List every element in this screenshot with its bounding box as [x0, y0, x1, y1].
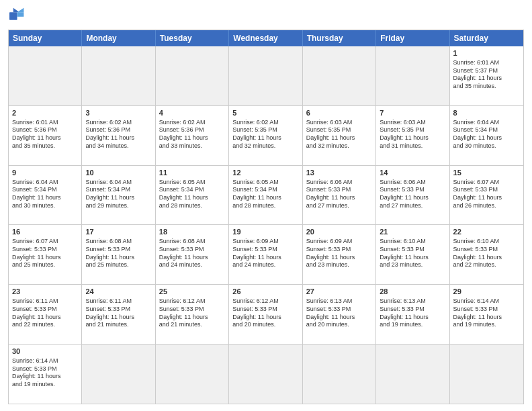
day-number: 21: [380, 227, 445, 237]
calendar-cell-empty-0-5: [376, 46, 449, 105]
day-info: Sunrise: 6:06 AM Sunset: 5:33 PM Dayligh…: [306, 179, 372, 210]
calendar-cell-24: 24Sunrise: 6:11 AM Sunset: 5:33 PM Dayli…: [82, 285, 155, 344]
calendar-cell-8: 8Sunrise: 6:04 AM Sunset: 5:34 PM Daylig…: [450, 106, 523, 165]
calendar-cell-empty-0-4: [303, 46, 376, 105]
day-info: Sunrise: 6:13 AM Sunset: 5:33 PM Dayligh…: [380, 298, 445, 329]
day-info: Sunrise: 6:10 AM Sunset: 5:33 PM Dayligh…: [380, 238, 445, 269]
svg-rect-0: [9, 12, 17, 20]
calendar-cell-empty-5-5: [376, 345, 449, 404]
day-number: 11: [159, 168, 225, 178]
day-info: Sunrise: 6:04 AM Sunset: 5:34 PM Dayligh…: [85, 179, 151, 210]
day-number: 3: [85, 108, 151, 118]
day-info: Sunrise: 6:09 AM Sunset: 5:33 PM Dayligh…: [306, 238, 372, 269]
day-info: Sunrise: 6:01 AM Sunset: 5:36 PM Dayligh…: [12, 119, 78, 150]
day-number: 29: [453, 287, 520, 297]
day-info: Sunrise: 6:13 AM Sunset: 5:33 PM Dayligh…: [306, 298, 372, 329]
calendar-cell-15: 15Sunrise: 6:07 AM Sunset: 5:33 PM Dayli…: [450, 166, 523, 225]
day-info: Sunrise: 6:03 AM Sunset: 5:35 PM Dayligh…: [306, 119, 372, 150]
day-number: 13: [306, 168, 372, 178]
calendar-cell-empty-5-6: [450, 345, 523, 404]
calendar-cell-empty-0-0: [9, 46, 82, 105]
day-info: Sunrise: 6:08 AM Sunset: 5:33 PM Dayligh…: [159, 238, 225, 269]
day-number: 24: [85, 287, 151, 297]
calendar-row-1: 2Sunrise: 6:01 AM Sunset: 5:36 PM Daylig…: [9, 105, 523, 165]
calendar-header: SundayMondayTuesdayWednesdayThursdayFrid…: [9, 30, 523, 46]
calendar-cell-11: 11Sunrise: 6:05 AM Sunset: 5:34 PM Dayli…: [156, 166, 229, 225]
calendar-cell-27: 27Sunrise: 6:13 AM Sunset: 5:33 PM Dayli…: [303, 285, 376, 344]
day-info: Sunrise: 6:11 AM Sunset: 5:33 PM Dayligh…: [85, 298, 151, 329]
calendar-row-0: 1Sunrise: 6:01 AM Sunset: 5:37 PM Daylig…: [9, 46, 523, 105]
day-number: 14: [380, 168, 445, 178]
calendar-body: 1Sunrise: 6:01 AM Sunset: 5:37 PM Daylig…: [9, 46, 523, 404]
calendar-cell-empty-5-4: [303, 345, 376, 404]
calendar-cell-empty-5-2: [156, 345, 229, 404]
calendar-cell-empty-0-3: [229, 46, 302, 105]
day-number: 2: [12, 108, 78, 118]
day-info: Sunrise: 6:06 AM Sunset: 5:33 PM Dayligh…: [380, 179, 445, 210]
calendar-cell-20: 20Sunrise: 6:09 AM Sunset: 5:33 PM Dayli…: [303, 225, 376, 284]
day-info: Sunrise: 6:05 AM Sunset: 5:34 PM Dayligh…: [232, 179, 298, 210]
calendar-cell-6: 6Sunrise: 6:03 AM Sunset: 5:35 PM Daylig…: [303, 106, 376, 165]
calendar-cell-7: 7Sunrise: 6:03 AM Sunset: 5:35 PM Daylig…: [376, 106, 449, 165]
day-info: Sunrise: 6:11 AM Sunset: 5:33 PM Dayligh…: [12, 298, 78, 329]
day-number: 19: [232, 227, 298, 237]
day-info: Sunrise: 6:02 AM Sunset: 5:35 PM Dayligh…: [232, 119, 298, 150]
calendar-cell-empty-5-1: [82, 345, 155, 404]
calendar-cell-1: 1Sunrise: 6:01 AM Sunset: 5:37 PM Daylig…: [450, 46, 523, 105]
calendar-cell-empty-5-3: [229, 345, 302, 404]
calendar-cell-10: 10Sunrise: 6:04 AM Sunset: 5:34 PM Dayli…: [82, 166, 155, 225]
day-number: 1: [453, 48, 520, 58]
calendar-cell-13: 13Sunrise: 6:06 AM Sunset: 5:33 PM Dayli…: [303, 166, 376, 225]
calendar-cell-22: 22Sunrise: 6:10 AM Sunset: 5:33 PM Dayli…: [450, 225, 523, 284]
logo-icon: [8, 7, 30, 26]
day-number: 16: [12, 227, 78, 237]
header-day-monday: Monday: [82, 30, 155, 46]
day-number: 8: [453, 108, 520, 118]
day-info: Sunrise: 6:12 AM Sunset: 5:33 PM Dayligh…: [232, 298, 298, 329]
header: [8, 7, 524, 26]
day-info: Sunrise: 6:04 AM Sunset: 5:34 PM Dayligh…: [12, 179, 78, 210]
calendar-row-5: 30Sunrise: 6:14 AM Sunset: 5:33 PM Dayli…: [9, 344, 523, 404]
calendar-cell-9: 9Sunrise: 6:04 AM Sunset: 5:34 PM Daylig…: [9, 166, 82, 225]
calendar-cell-30: 30Sunrise: 6:14 AM Sunset: 5:33 PM Dayli…: [9, 345, 82, 404]
calendar-cell-28: 28Sunrise: 6:13 AM Sunset: 5:33 PM Dayli…: [376, 285, 449, 344]
day-number: 6: [306, 108, 372, 118]
header-day-sunday: Sunday: [9, 30, 82, 46]
calendar-cell-16: 16Sunrise: 6:07 AM Sunset: 5:33 PM Dayli…: [9, 225, 82, 284]
day-number: 22: [453, 227, 520, 237]
calendar-cell-17: 17Sunrise: 6:08 AM Sunset: 5:33 PM Dayli…: [82, 225, 155, 284]
day-info: Sunrise: 6:05 AM Sunset: 5:34 PM Dayligh…: [159, 179, 225, 210]
day-number: 17: [85, 227, 151, 237]
day-number: 10: [85, 168, 151, 178]
day-number: 7: [380, 108, 445, 118]
day-number: 20: [306, 227, 372, 237]
calendar: SundayMondayTuesdayWednesdayThursdayFrid…: [8, 30, 524, 404]
calendar-cell-empty-0-2: [156, 46, 229, 105]
day-info: Sunrise: 6:10 AM Sunset: 5:33 PM Dayligh…: [453, 238, 520, 269]
day-number: 15: [453, 168, 520, 178]
calendar-cell-26: 26Sunrise: 6:12 AM Sunset: 5:33 PM Dayli…: [229, 285, 302, 344]
calendar-cell-25: 25Sunrise: 6:12 AM Sunset: 5:33 PM Dayli…: [156, 285, 229, 344]
day-number: 27: [306, 287, 372, 297]
day-number: 23: [12, 287, 78, 297]
day-info: Sunrise: 6:03 AM Sunset: 5:35 PM Dayligh…: [380, 119, 445, 150]
calendar-row-3: 16Sunrise: 6:07 AM Sunset: 5:33 PM Dayli…: [9, 224, 523, 284]
logo: [8, 7, 32, 26]
calendar-cell-3: 3Sunrise: 6:02 AM Sunset: 5:36 PM Daylig…: [82, 106, 155, 165]
day-info: Sunrise: 6:01 AM Sunset: 5:37 PM Dayligh…: [453, 59, 520, 91]
calendar-row-4: 23Sunrise: 6:11 AM Sunset: 5:33 PM Dayli…: [9, 284, 523, 344]
svg-rect-3: [17, 12, 24, 17]
header-day-friday: Friday: [376, 30, 449, 46]
calendar-cell-12: 12Sunrise: 6:05 AM Sunset: 5:34 PM Dayli…: [229, 166, 302, 225]
calendar-cell-empty-0-1: [82, 46, 155, 105]
calendar-cell-21: 21Sunrise: 6:10 AM Sunset: 5:33 PM Dayli…: [376, 225, 449, 284]
day-number: 26: [232, 287, 298, 297]
day-info: Sunrise: 6:04 AM Sunset: 5:34 PM Dayligh…: [453, 119, 520, 150]
day-number: 4: [159, 108, 225, 118]
day-number: 12: [232, 168, 298, 178]
day-number: 30: [12, 347, 78, 357]
header-day-tuesday: Tuesday: [156, 30, 229, 46]
calendar-cell-2: 2Sunrise: 6:01 AM Sunset: 5:36 PM Daylig…: [9, 106, 82, 165]
day-number: 5: [232, 108, 298, 118]
day-info: Sunrise: 6:02 AM Sunset: 5:36 PM Dayligh…: [159, 119, 225, 150]
